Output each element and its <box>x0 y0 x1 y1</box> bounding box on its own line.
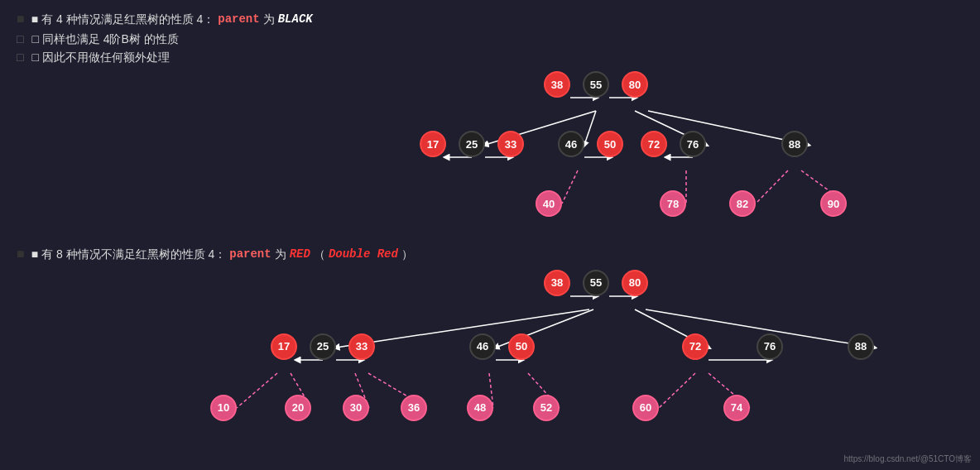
node-t1-17: 17 <box>420 131 446 157</box>
node-t1-46: 46 <box>558 131 584 157</box>
node-t1-78: 78 <box>660 190 686 217</box>
svg-line-22 <box>237 373 277 408</box>
node-t2-20: 20 <box>285 395 311 421</box>
node-t2-60: 60 <box>632 395 659 421</box>
bullet1: ■ <box>17 8 25 30</box>
node-t1-40: 40 <box>536 190 562 217</box>
node-t1-50: 50 <box>597 131 623 157</box>
section1-line2: □ □ 同样也满足 4阶B树 的性质 <box>17 30 963 48</box>
node-t1-38: 38 <box>544 71 570 98</box>
node-t2-50: 50 <box>508 333 535 360</box>
node-t2-10: 10 <box>210 395 237 421</box>
node-t1-76: 76 <box>680 131 706 157</box>
node-t2-52: 52 <box>533 395 560 421</box>
bullet2: □ <box>17 30 23 48</box>
section1-text2: □ 同样也满足 4阶B树 的性质 <box>31 30 178 48</box>
bullet3: □ <box>17 48 23 66</box>
node-t1-33: 33 <box>497 131 524 157</box>
section2-suffix: 为 <box>275 245 286 263</box>
node-t2-80: 80 <box>622 270 648 296</box>
section2-line1: ■ ■ 有 8 种情况不满足红黑树的性质 4： parent 为 RED （ D… <box>17 243 963 265</box>
section1-text3: □ 因此不用做任何额外处理 <box>31 48 169 66</box>
node-t2-33: 33 <box>348 333 375 360</box>
node-t2-76: 76 <box>757 333 783 360</box>
node-t2-36: 36 <box>401 395 427 421</box>
node-t1-72: 72 <box>641 131 667 157</box>
node-t2-25: 25 <box>310 333 336 360</box>
tree1-svg <box>17 70 960 243</box>
bullet4: ■ <box>17 243 25 265</box>
node-t2-88: 88 <box>848 333 874 360</box>
node-t2-46: 46 <box>469 333 496 360</box>
svg-line-30 <box>659 373 695 408</box>
section2-red: RED <box>290 245 310 263</box>
section2-keyword: parent <box>229 245 271 263</box>
node-t2-74: 74 <box>723 395 750 421</box>
section2-double-red: Double Red <box>329 245 398 263</box>
section1: ■ ■ 有 4 种情况满足红黑树的性质 4： parent 为 BLACK □ … <box>17 8 963 66</box>
node-t1-80: 80 <box>622 71 648 98</box>
section2-paren-open: （ <box>314 245 325 263</box>
section1-suffix: 为 <box>263 10 275 28</box>
watermark: https://blog.csdn.net/@51CTO博客 <box>844 453 972 465</box>
section1-keyword: parent <box>218 10 259 28</box>
node-t2-17: 17 <box>271 333 297 360</box>
main-container: ■ ■ 有 4 种情况满足红黑树的性质 4： parent 为 BLACK □ … <box>0 0 980 470</box>
node-t1-88: 88 <box>781 131 808 157</box>
tree1: 38 55 80 17 25 33 46 50 72 76 88 40 78 8… <box>17 70 960 243</box>
node-t1-25: 25 <box>459 131 485 157</box>
section1-line3: □ □ 因此不用做任何额外处理 <box>17 48 963 66</box>
section1-line1: ■ ■ 有 4 种情况满足红黑树的性质 4： parent 为 BLACK <box>17 8 963 30</box>
svg-line-3 <box>584 111 596 145</box>
section2: ■ ■ 有 8 种情况不满足红黑树的性质 4： parent 为 RED （ D… <box>17 243 963 265</box>
section1-text1: ■ 有 4 种情况满足红黑树的性质 4： <box>31 10 215 28</box>
section1-black: BLACK <box>278 10 313 28</box>
node-t2-30: 30 <box>343 395 369 421</box>
node-t1-55: 55 <box>583 71 609 98</box>
tree2: 38 55 80 17 25 33 46 50 72 76 88 10 20 3… <box>17 268 960 442</box>
node-t1-82: 82 <box>729 190 756 217</box>
node-t2-38: 38 <box>544 270 570 296</box>
node-t2-72: 72 <box>682 333 709 360</box>
node-t2-48: 48 <box>467 395 493 421</box>
svg-line-12 <box>756 170 788 204</box>
svg-line-9 <box>562 170 578 204</box>
section2-prefix: ■ 有 8 种情况不满足红黑树的性质 4： <box>31 245 227 263</box>
node-t1-90: 90 <box>820 190 847 217</box>
section2-paren-close: ） <box>401 245 413 263</box>
node-t2-55: 55 <box>583 270 609 296</box>
